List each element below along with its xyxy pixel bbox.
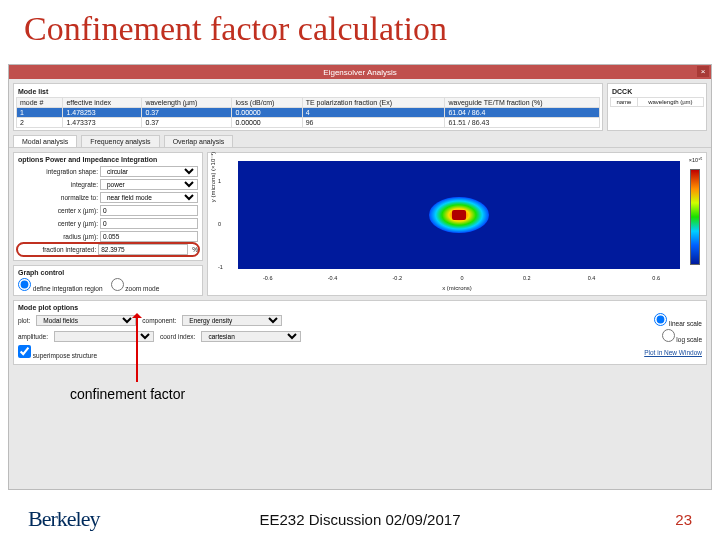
mode-plot[interactable]: ×10¹⁵ y (microns) (×10⁻¹) x (microns) -0… (207, 152, 707, 296)
mode-plot-options: Mode plot options plot: Modal fields com… (13, 300, 707, 365)
center-x-field[interactable] (100, 205, 198, 216)
xtick: -0.4 (328, 275, 337, 281)
close-icon[interactable]: × (697, 66, 709, 77)
graph-control-title: Graph control (18, 269, 198, 276)
window-title: Eigensolver Analysis (323, 68, 396, 77)
define-region-radio[interactable]: define integration region (18, 285, 103, 292)
plot-label: plot: (18, 317, 30, 324)
integrate-select[interactable]: power (100, 179, 198, 190)
component-label: component: (142, 317, 176, 324)
deck-header: DCCK (610, 86, 704, 97)
ytick: -1 (218, 264, 223, 270)
zoom-mode-radio[interactable]: zoom mode (111, 285, 160, 292)
slide-title: Confinement factor calculation (0, 0, 720, 56)
fraction-label: fraction integrated: (18, 246, 96, 253)
tab-strip: Modal analysis Frequency analysis Overla… (9, 135, 711, 148)
annotation-text: confinement factor (70, 386, 185, 402)
deck-panel: DCCK name wavelength (µm) (607, 83, 707, 131)
center-y-field[interactable] (100, 218, 198, 229)
integration-shape-label: integration shape: (18, 168, 98, 175)
tab-modal-analysis[interactable]: Modal analysis (13, 135, 77, 147)
deck-col-wl: wavelength (µm) (637, 98, 703, 107)
component-select[interactable]: Energy density (182, 315, 282, 326)
center-y-label: center y (µm): (18, 220, 98, 227)
options-panel: options Power and Impedance Integration … (13, 152, 203, 296)
options-title: options Power and Impedance Integration (18, 156, 198, 163)
col-wl: wavelength (µm) (142, 98, 232, 108)
log-scale-radio[interactable]: log scale (662, 329, 702, 343)
amplitude-select[interactable] (54, 331, 154, 342)
xtick: 0.2 (523, 275, 531, 281)
fraction-field[interactable] (98, 244, 188, 255)
normalize-label: normalize to: (18, 194, 98, 201)
col-mode: mode # (17, 98, 63, 108)
mode-list-panel: Mode list mode # effective index wavelen… (13, 83, 603, 131)
col-loss: loss (dB/cm) (232, 98, 302, 108)
integration-shape-select[interactable]: circular (100, 166, 198, 177)
center-x-label: center x (µm): (18, 207, 98, 214)
x-axis-label: x (microns) (442, 285, 472, 291)
app-window: Eigensolver Analysis × Mode list mode # … (8, 64, 712, 490)
radius-field[interactable] (100, 231, 198, 242)
fraction-unit: % (192, 246, 198, 253)
colorbar (690, 169, 700, 265)
mode-table[interactable]: mode # effective index wavelength (µm) l… (16, 97, 600, 128)
deck-col-name: name (611, 98, 638, 107)
titlebar: Eigensolver Analysis × (9, 65, 711, 79)
xtick: -0.2 (392, 275, 401, 281)
linear-scale-radio[interactable]: linear scale (654, 313, 702, 327)
tab-frequency-analysis[interactable]: Frequency analysis (81, 135, 159, 147)
colorbar-exp: ×10¹⁵ (689, 157, 702, 163)
integrate-label: integrate: (18, 181, 98, 188)
xtick: 0.4 (588, 275, 596, 281)
normalize-select[interactable]: near field mode (100, 192, 198, 203)
tab-overlap-analysis[interactable]: Overlap analysis (164, 135, 234, 147)
ytick: 1 (218, 178, 221, 184)
coord-select[interactable]: cartesian (201, 331, 301, 342)
plot-new-window-link[interactable]: Plot in New Window (644, 349, 702, 356)
mode-opts-title: Mode plot options (18, 304, 702, 311)
radius-label: radius (µm): (18, 233, 98, 240)
plot-canvas (238, 161, 680, 269)
plot-select[interactable]: Modal fields (36, 315, 136, 326)
page-number: 23 (675, 511, 692, 528)
superimpose-check[interactable]: superimpose structure (18, 345, 97, 359)
footer-center: EE232 Discussion 02/09/2017 (260, 511, 461, 528)
y-axis-label: y (microns) (×10⁻¹) (209, 152, 216, 203)
ytick: 0 (218, 221, 221, 227)
mode-field-core (452, 210, 466, 220)
mode-list-header: Mode list (16, 86, 600, 97)
table-row[interactable]: 1 1.478253 0.37 0.00000 4 61.04 / 86.4 (17, 108, 600, 118)
xtick: 0.6 (652, 275, 660, 281)
table-row[interactable]: 2 1.473373 0.37 0.00000 96 61.51 / 86.43 (17, 118, 600, 128)
coord-label: coord index: (160, 333, 195, 340)
col-tepol: TE polarization fraction (Ex) (302, 98, 445, 108)
col-neff: effective index (63, 98, 142, 108)
xtick: -0.6 (263, 275, 272, 281)
amplitude-label: amplitude: (18, 333, 48, 340)
xtick: 0 (460, 275, 463, 281)
logo-text: Berkeley (28, 506, 99, 532)
berkeley-logo: Berkeley (28, 506, 99, 532)
col-tetm: waveguide TE/TM fraction (%) (445, 98, 600, 108)
slide-footer: Berkeley EE232 Discussion 02/09/2017 23 (0, 498, 720, 540)
annotation-arrow (136, 314, 138, 382)
